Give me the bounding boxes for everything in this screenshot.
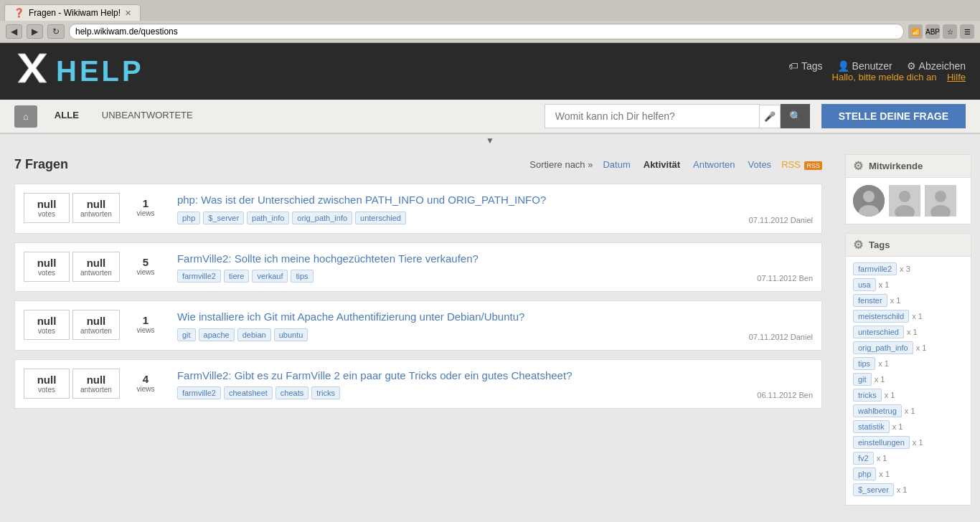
list-item[interactable]: tips <box>291 270 313 283</box>
list-item[interactable]: farmville2 <box>177 386 221 399</box>
list-item[interactable]: cheats <box>275 386 308 399</box>
svg-marker-0 <box>18 54 47 82</box>
list-item[interactable]: tiere <box>224 270 249 283</box>
tag-tricks[interactable]: tricks <box>853 389 882 402</box>
list-item[interactable]: farmville2 <box>177 270 221 283</box>
tag-git[interactable]: git <box>853 373 872 386</box>
forward-button[interactable]: ▶ <box>27 24 43 39</box>
sort-datum[interactable]: Datum <box>597 158 636 171</box>
star-icon[interactable]: ☆ <box>943 24 957 39</box>
sort-votes[interactable]: Votes <box>743 158 778 171</box>
tags-sidebar-icon: ⚙ <box>853 238 863 252</box>
answers-box: null antworten <box>72 252 120 282</box>
alle-button[interactable]: ALLE <box>43 104 90 128</box>
tag-statistik[interactable]: statistik <box>853 420 890 433</box>
list-item[interactable]: unterschied <box>355 212 406 224</box>
tag-orig-path-info[interactable]: orig_path_info <box>853 341 913 354</box>
answers-box: null antworten <box>72 369 120 399</box>
question-title[interactable]: FarmVille2: Sollte ich meine hochgezücht… <box>177 252 479 265</box>
tab-close-btn[interactable]: ✕ <box>125 9 131 18</box>
search-input[interactable] <box>545 104 760 128</box>
hilfe-link[interactable]: Hilfe <box>947 72 966 82</box>
menu-icon[interactable]: ☰ <box>960 24 974 39</box>
mic-icon[interactable]: 🎤 <box>760 105 781 128</box>
answers-value: null <box>80 198 112 210</box>
list-item[interactable]: debian <box>237 328 271 341</box>
list-item: fenster x 1 <box>853 294 963 307</box>
list-item[interactable]: ubuntu <box>274 328 308 341</box>
contributors-icon: ⚙ <box>853 159 863 173</box>
sort-label: Sortiere nach » <box>529 159 593 170</box>
answers-label: antworten <box>80 327 112 335</box>
question-meta: 07.11.2012 Daniel <box>749 333 813 341</box>
list-item[interactable]: verkauf <box>252 270 288 283</box>
question-title[interactable]: php: Was ist der Unterschied zwischen PA… <box>177 194 546 206</box>
rss-icon: RSS <box>804 161 822 170</box>
contributors-box: ⚙ Mitwirkende <box>845 154 971 224</box>
tag-wahlbetrug[interactable]: wahlbetrug <box>853 404 902 417</box>
browser-icons: 📶 ABP ☆ ☰ <box>908 24 974 39</box>
list-item[interactable]: path_info <box>247 212 289 224</box>
tags-nav-link[interactable]: 🏷 Tags <box>788 60 823 72</box>
abzeichen-nav-link[interactable]: ⚙ Abzeichen <box>907 60 966 72</box>
active-tab[interactable]: ❓ Fragen - Wikiwam Help! ✕ <box>4 4 141 21</box>
benutzer-icon: 👤 <box>837 60 849 72</box>
tag-php[interactable]: php <box>853 468 876 480</box>
votes-box: null votes <box>24 369 70 399</box>
ask-question-button[interactable]: STELLE DEINE FRAGE <box>821 104 966 128</box>
rss-link[interactable]: RSS RSS <box>781 159 822 170</box>
question-author: Ben <box>798 391 813 399</box>
tag-tips[interactable]: tips <box>853 357 875 370</box>
list-item[interactable]: orig_path_info <box>292 212 352 224</box>
sort-aktivitaet[interactable]: Aktivität <box>638 158 686 171</box>
tags-box: ⚙ Tags farmville2 x 3 usa x 1 fenster x … <box>845 233 971 506</box>
tag-einstellungen[interactable]: einstellungen <box>853 436 910 449</box>
list-item[interactable]: apache <box>199 328 235 341</box>
adblock-icon[interactable]: ABP <box>925 24 940 39</box>
list-item[interactable]: cheatsheet <box>224 386 273 399</box>
tag-meisterschild[interactable]: meisterschild <box>853 310 909 323</box>
views-value: 5 <box>130 256 161 268</box>
question-title[interactable]: Wie installiere ich Git mit Apache Authe… <box>177 310 524 323</box>
search-button[interactable]: 🔍 <box>781 104 810 128</box>
contributors-list <box>846 178 971 224</box>
question-body: Wie installiere ich Git mit Apache Authe… <box>177 310 740 341</box>
question-tags: git apache debian ubuntu <box>177 328 740 341</box>
tag-usa[interactable]: usa <box>853 278 876 291</box>
tag-count: x 1 <box>913 438 923 447</box>
tag-count: x 1 <box>907 328 918 336</box>
views-label: views <box>130 385 161 393</box>
back-button[interactable]: ◀ <box>6 24 22 39</box>
table-row: null votes null antworten 4 views FarmVi… <box>14 359 822 409</box>
list-item[interactable]: php <box>177 212 200 224</box>
list-item: meisterschild x 1 <box>853 310 963 323</box>
rss-browser-icon[interactable]: 📶 <box>908 24 923 39</box>
tag-fv2[interactable]: fv2 <box>853 452 874 465</box>
tag-unterschied[interactable]: unterschied <box>853 326 904 338</box>
votes-value: null <box>32 198 62 210</box>
tag-fenster[interactable]: fenster <box>853 294 887 307</box>
list-item[interactable]: tricks <box>311 386 340 399</box>
unbeantwortete-button[interactable]: UNBEANTWORTETE <box>90 104 204 128</box>
tag-server[interactable]: $_server <box>853 483 894 496</box>
questions-count: 7 Fragen <box>14 157 68 172</box>
benutzer-nav-link[interactable]: 👤 Benutzer <box>837 60 892 72</box>
reload-button[interactable]: ↻ <box>47 24 65 39</box>
toolbar: ⌂ ALLE UNBEANTWORTETE 🎤 🔍 STELLE DEINE F… <box>0 100 980 134</box>
question-title[interactable]: FarmVille2: Gibt es zu FarmVille 2 ein p… <box>177 369 573 381</box>
tag-farmville2[interactable]: farmville2 <box>853 262 897 275</box>
browser-chrome: ❓ Fragen - Wikiwam Help! ✕ ◀ ▶ ↻ 📶 ABP ☆… <box>0 0 980 43</box>
home-button[interactable]: ⌂ <box>14 105 37 128</box>
sort-antworten[interactable]: Antworten <box>687 158 741 171</box>
url-input[interactable] <box>69 24 904 39</box>
votes-label: votes <box>32 327 62 335</box>
list-item[interactable]: git <box>177 328 196 341</box>
avatar <box>889 185 920 217</box>
question-meta: 06.11.2012 Ben <box>757 391 813 399</box>
votes-label: votes <box>32 386 62 394</box>
views-value: 1 <box>130 314 161 326</box>
logo-text: HELP <box>56 55 144 87</box>
question-author: Ben <box>798 274 813 283</box>
tag-count: x 1 <box>878 359 889 368</box>
list-item[interactable]: $_server <box>203 212 244 224</box>
